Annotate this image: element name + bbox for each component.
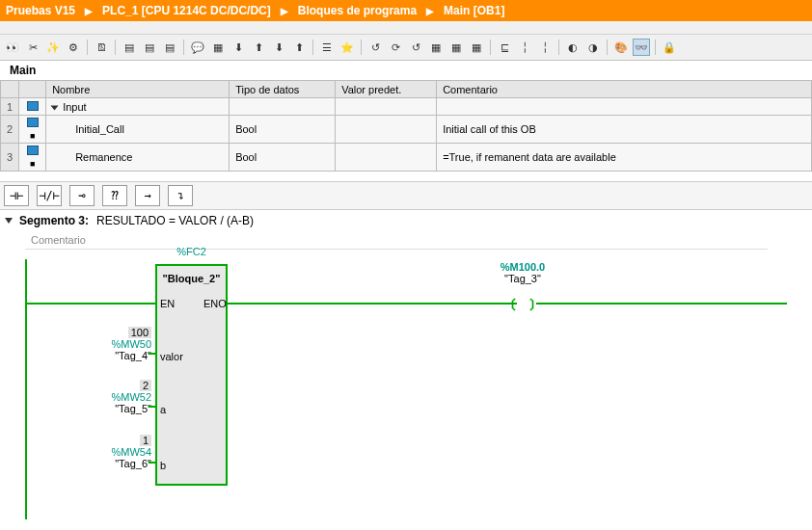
instr-branch-close[interactable]: ↴ — [168, 185, 193, 206]
crumb-main[interactable]: Main [OB1] — [444, 4, 504, 17]
instr-box[interactable]: ⁇ — [102, 185, 127, 206]
instr-no-contact[interactable]: ⊣⊢ — [4, 185, 29, 206]
wire — [149, 462, 156, 464]
operand-tag: "Tag_5" — [115, 403, 151, 414]
tool-btn-2[interactable]: ✂ — [24, 39, 41, 56]
tool-btn-26[interactable]: ◐ — [564, 39, 582, 56]
tool-btn-13[interactable]: ⬇ — [270, 39, 287, 56]
var-preset[interactable] — [336, 144, 437, 172]
decl-row-input[interactable]: 1 Input — [1, 98, 812, 116]
operand-tag: "Tag_4" — [115, 350, 151, 361]
var-type[interactable]: Bool — [230, 144, 336, 172]
segment-title: Segmento 3: — [19, 214, 89, 227]
operand-addr: %MW50 — [111, 338, 151, 350]
power-rail — [25, 259, 27, 519]
var-preset[interactable] — [336, 116, 437, 144]
rownum: 2 — [1, 116, 19, 144]
ladder-network[interactable]: %FC2 "Bloque_2" EN ENO valor a b 100 %MW… — [25, 250, 797, 519]
col-preset[interactable]: Valor predet. — [336, 81, 437, 98]
tool-btn-15[interactable]: ☰ — [318, 39, 336, 56]
tool-btn-22[interactable]: ▦ — [468, 39, 485, 56]
tool-btn-12[interactable]: ⬆ — [250, 39, 267, 56]
separator — [655, 40, 656, 55]
tool-btn-29[interactable]: 👓 — [633, 39, 650, 56]
coil-operand[interactable]: %M100.0 "Tag_3" — [474, 261, 571, 284]
tool-btn-21[interactable]: ▦ — [447, 39, 465, 56]
tool-btn-4[interactable]: ⚙ — [65, 39, 82, 56]
operand-b[interactable]: 1 %MW54 "Tag_6" — [78, 435, 151, 469]
var-comment[interactable]: =True, if remanent data are available — [437, 144, 812, 172]
table-row[interactable]: 2 ■ Initial_Call Bool Initial call of th… — [1, 116, 812, 144]
port-valor: valor — [160, 351, 183, 362]
block-title: Main — [0, 61, 812, 80]
operand-value: 100 — [128, 327, 151, 338]
col-icon — [19, 81, 46, 98]
tool-btn-20[interactable]: ▦ — [427, 39, 445, 56]
instr-branch-open[interactable]: → — [135, 185, 160, 206]
separator — [490, 40, 491, 55]
tool-btn-8[interactable]: ▤ — [161, 39, 178, 56]
tool-btn-6[interactable]: ▤ — [121, 39, 138, 56]
decl-section-name: Input — [46, 98, 230, 116]
separator — [558, 40, 559, 55]
instr-coil[interactable]: ⊸ — [69, 185, 95, 206]
var-name[interactable]: Initial_Call — [46, 116, 230, 144]
col-type[interactable]: Tipo de datos — [230, 81, 336, 98]
var-comment[interactable]: Initial call of this OB — [437, 116, 812, 144]
tool-btn-1[interactable]: 👀 — [4, 39, 21, 56]
col-rownum — [1, 81, 19, 98]
instruction-favorites: ⊣⊢ ⊣/⊢ ⊸ ⁇ → ↴ — [0, 181, 812, 210]
instr-nc-contact[interactable]: ⊣/⊢ — [37, 185, 62, 206]
operand-value: 2 — [140, 380, 151, 391]
operand-valor[interactable]: 100 %MW50 "Tag_4" — [78, 327, 151, 361]
port-a: a — [160, 404, 166, 415]
tag-icon: ■ — [19, 144, 46, 172]
tool-btn-18[interactable]: ⟳ — [387, 39, 404, 56]
operand-a[interactable]: 2 %MW52 "Tag_5" — [78, 380, 151, 414]
wire-in — [25, 303, 155, 305]
breadcrumb[interactable]: Pruebas V15▶ PLC_1 [CPU 1214C DC/DC/DC]▶… — [0, 0, 812, 21]
tool-btn-5[interactable]: 🖻 — [93, 39, 110, 56]
tool-btn-3[interactable]: ✨ — [44, 39, 62, 56]
col-comment[interactable]: Comentario — [437, 81, 812, 98]
tool-btn-19[interactable]: ↺ — [407, 39, 424, 56]
block-instance-name[interactable]: "Bloque_2" — [155, 273, 228, 284]
wire — [149, 406, 156, 408]
segment-desc[interactable]: RESULTADO = VALOR / (A-B) — [96, 214, 254, 227]
tool-btn-10[interactable]: ▦ — [209, 39, 227, 56]
tool-btn-25[interactable]: ╎ — [536, 39, 554, 56]
separator — [87, 40, 88, 55]
port-b: b — [160, 460, 166, 471]
col-name[interactable]: Nombre — [46, 81, 230, 98]
collapse-icon[interactable] — [5, 218, 13, 224]
var-name[interactable]: Remanence — [46, 144, 230, 172]
tool-btn-27[interactable]: ◑ — [584, 39, 602, 56]
crumb-plc[interactable]: PLC_1 [CPU 1214C DC/DC/DC] — [102, 4, 271, 17]
segment-comment[interactable]: Comentario — [25, 231, 768, 250]
chevron-right-icon: ▶ — [426, 6, 434, 16]
tool-btn-7[interactable]: ▤ — [141, 39, 158, 56]
wire — [149, 353, 156, 355]
crumb-project[interactable]: Pruebas V15 — [6, 4, 75, 17]
tool-btn-30[interactable]: 🔒 — [661, 39, 678, 56]
tool-btn-16[interactable]: ⭐ — [338, 39, 356, 56]
block-fc-label: %FC2 — [155, 246, 228, 257]
port-en: EN — [160, 298, 175, 309]
tool-btn-28[interactable]: 🎨 — [612, 39, 630, 56]
tool-btn-24[interactable]: ╎ — [516, 39, 533, 56]
crumb-blocks[interactable]: Bloques de programa — [298, 4, 417, 17]
var-type[interactable]: Bool — [230, 116, 336, 144]
table-row[interactable]: 3 ■ Remanence Bool =True, if remanent da… — [1, 144, 812, 172]
operand-addr: %MW52 — [111, 391, 151, 403]
tool-btn-11[interactable]: ⬇ — [230, 39, 247, 56]
tool-btn-9[interactable]: 💬 — [189, 39, 206, 56]
operand-value: 1 — [140, 435, 151, 446]
spacer-bar — [0, 21, 812, 35]
coil-bracket-left: ⟮ — [508, 295, 517, 313]
operand-tag: "Tag_6" — [115, 458, 151, 469]
tool-btn-17[interactable]: ↺ — [366, 39, 384, 56]
segment-header[interactable]: Segmento 3: RESULTADO = VALOR / (A-B) — [0, 210, 812, 231]
tool-btn-23[interactable]: ⊑ — [496, 39, 513, 56]
expand-icon[interactable] — [51, 105, 59, 110]
tool-btn-14[interactable]: ⬆ — [290, 39, 308, 56]
